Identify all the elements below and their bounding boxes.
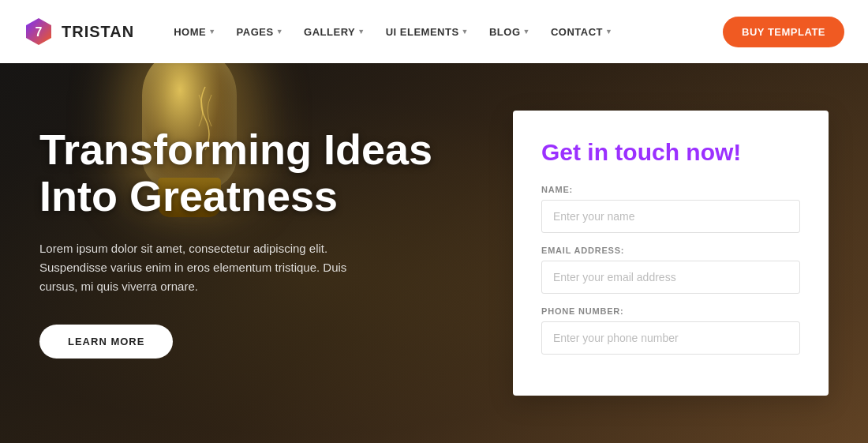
learn-more-button[interactable]: LEARN MORE xyxy=(39,325,173,359)
nav-item-blog[interactable]: BLOG ▼ xyxy=(481,20,538,44)
name-input[interactable] xyxy=(541,200,800,233)
hero-left: Transforming Ideas Into Greatness Lorem … xyxy=(39,111,481,359)
hero-section: 7 TRISTAN HOME ▼ PAGES ▼ GALLERY ▼ UI EL… xyxy=(0,0,868,443)
chevron-down-icon: ▼ xyxy=(208,28,215,36)
nav-item-pages[interactable]: PAGES ▼ xyxy=(229,20,291,44)
logo-text: TRISTAN xyxy=(62,23,134,41)
phone-field-group: PHONE NUMBER: xyxy=(541,306,800,355)
buy-template-button[interactable]: BUY TEMPLATE xyxy=(723,17,844,47)
contact-form-card: Get in touch now! NAME: EMAIL ADDRESS: P… xyxy=(513,111,829,396)
contact-form-title: Get in touch now! xyxy=(541,139,800,166)
nav-item-home[interactable]: HOME ▼ xyxy=(166,20,223,44)
nav-links: HOME ▼ PAGES ▼ GALLERY ▼ UI ELEMENTS ▼ B… xyxy=(166,20,723,44)
phone-label: PHONE NUMBER: xyxy=(541,306,800,316)
chevron-down-icon: ▼ xyxy=(523,28,530,36)
nav-item-contact[interactable]: CONTACT ▼ xyxy=(543,20,621,44)
email-input[interactable] xyxy=(541,261,800,294)
chevron-down-icon: ▼ xyxy=(357,28,365,36)
hero-subtitle: Lorem ipsum dolor sit amet, consectetur … xyxy=(39,239,387,296)
name-field-group: NAME: xyxy=(541,185,800,233)
navbar: 7 TRISTAN HOME ▼ PAGES ▼ GALLERY ▼ UI EL… xyxy=(0,0,868,63)
email-field-group: EMAIL ADDRESS: xyxy=(541,246,800,294)
chevron-down-icon: ▼ xyxy=(605,28,612,36)
logo-area[interactable]: 7 TRISTAN xyxy=(24,17,134,47)
svg-text:7: 7 xyxy=(36,25,43,39)
hero-content: Transforming Ideas Into Greatness Lorem … xyxy=(0,63,868,443)
hero-title: Transforming Ideas Into Greatness xyxy=(39,126,481,220)
email-label: EMAIL ADDRESS: xyxy=(541,246,800,255)
chevron-down-icon: ▼ xyxy=(462,28,469,36)
chevron-down-icon: ▼ xyxy=(276,28,283,36)
logo-icon: 7 xyxy=(24,17,54,47)
phone-input[interactable] xyxy=(541,321,800,355)
name-label: NAME: xyxy=(541,185,800,194)
nav-item-ui-elements[interactable]: UI ELEMENTS ▼ xyxy=(378,20,477,44)
nav-item-gallery[interactable]: GALLERY ▼ xyxy=(296,20,373,44)
